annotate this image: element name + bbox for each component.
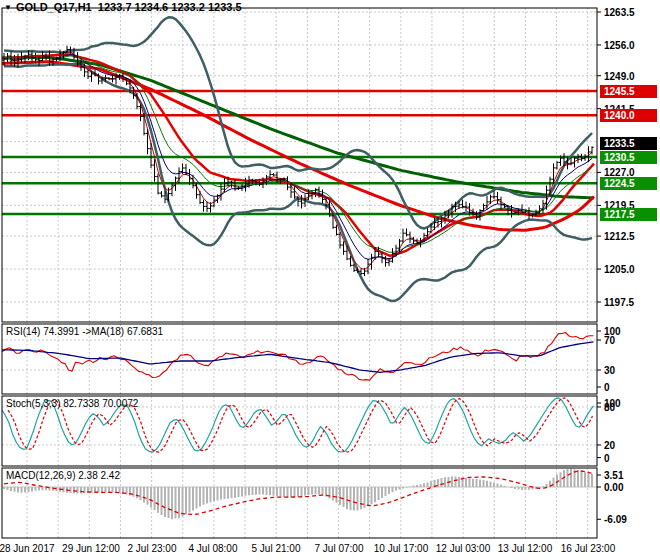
time-axis-label: 10 Jul 17:00	[374, 543, 429, 554]
time-axis[interactable]: 28 Jun 201729 Jun 12:002 Jul 23:004 Jul …	[0, 0, 660, 560]
time-axis-label: 29 Jun 12:00	[62, 543, 120, 554]
time-axis-label: 7 Jul 07:00	[315, 543, 364, 554]
time-axis-label: 16 Jul 23:00	[561, 543, 616, 554]
time-axis-label: 4 Jul 08:00	[189, 543, 238, 554]
time-axis-label: 28 Jun 2017	[0, 543, 55, 554]
time-axis-label: 12 Jul 03:00	[436, 543, 491, 554]
time-axis-label: 13 Jul 12:00	[498, 543, 553, 554]
time-axis-label: 2 Jul 23:00	[128, 543, 177, 554]
time-axis-label: 5 Jul 21:00	[252, 543, 301, 554]
terminal-chart-window: ▼GOLD_Q17,H1 1233.7 1234.6 1233.2 1233.5…	[0, 0, 660, 560]
